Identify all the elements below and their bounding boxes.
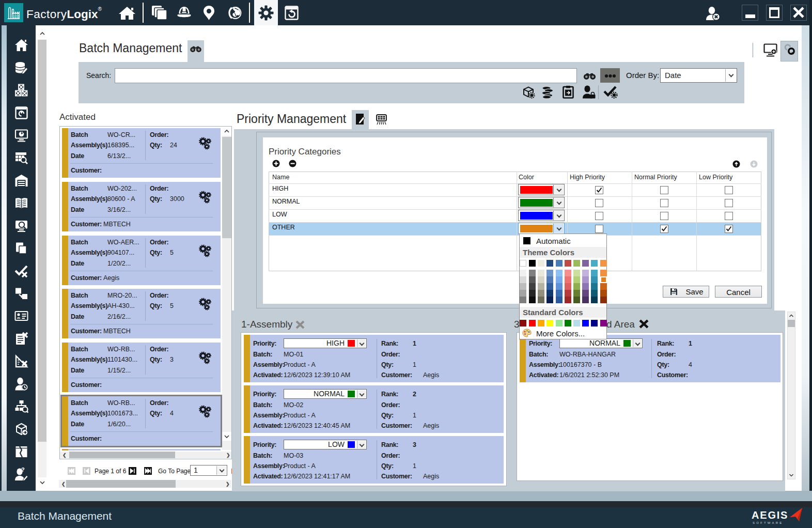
svg-text:?: ? [21,467,25,473]
